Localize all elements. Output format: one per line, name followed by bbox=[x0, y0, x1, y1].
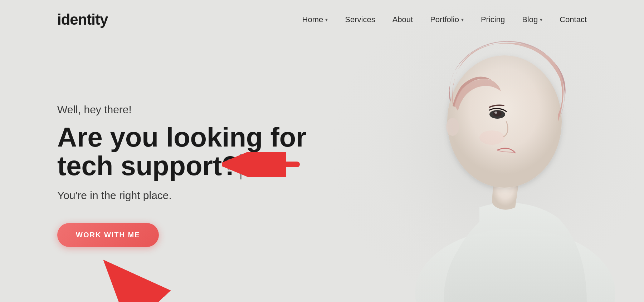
button-arrow bbox=[100, 250, 172, 302]
nav-blog[interactable]: Blog ▾ bbox=[522, 15, 542, 24]
hero-greeting: Well, hey there! bbox=[57, 104, 307, 116]
nav-services[interactable]: Services bbox=[345, 15, 375, 24]
nav-about[interactable]: About bbox=[392, 15, 413, 24]
person-photo bbox=[329, 0, 644, 302]
nav-pricing[interactable]: Pricing bbox=[481, 15, 505, 24]
work-with-me-button[interactable]: WORK WITH ME bbox=[57, 223, 159, 247]
svg-rect-9 bbox=[329, 0, 644, 302]
chevron-down-icon: ▾ bbox=[540, 17, 542, 23]
hero-subtext: You're in the right place. bbox=[57, 189, 307, 202]
nav-portfolio[interactable]: Portfolio ▾ bbox=[430, 15, 464, 24]
chevron-down-icon: ▾ bbox=[325, 17, 328, 23]
headline-arrow bbox=[222, 152, 301, 178]
chevron-down-icon: ▾ bbox=[461, 17, 464, 23]
header: identity Home ▾ Services About Portfolio… bbox=[0, 0, 644, 39]
nav-home[interactable]: Home ▾ bbox=[302, 15, 328, 24]
logo[interactable]: identity bbox=[57, 11, 108, 28]
svg-line-13 bbox=[111, 268, 157, 302]
main-nav: Home ▾ Services About Portfolio ▾ Pricin… bbox=[302, 15, 587, 24]
nav-contact[interactable]: Contact bbox=[560, 15, 587, 24]
hero-section: identity Home ▾ Services About Portfolio… bbox=[0, 0, 644, 302]
